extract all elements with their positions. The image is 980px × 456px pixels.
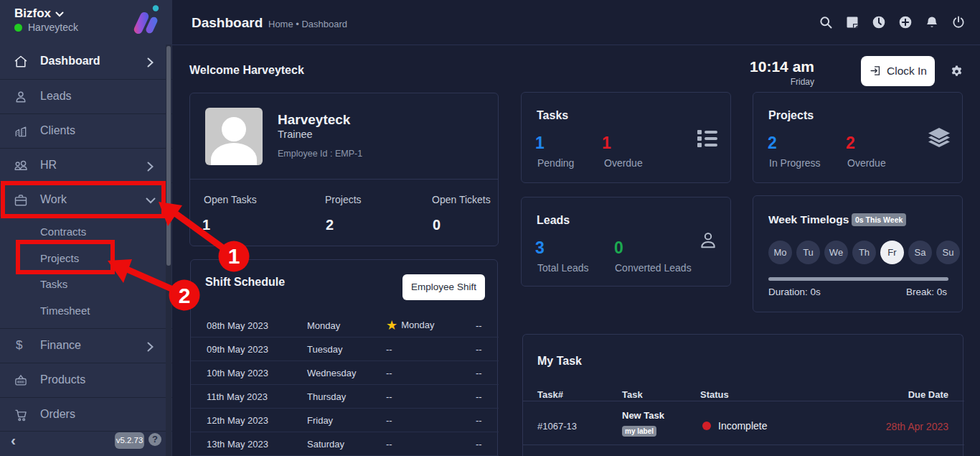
- svg-text:1: 1: [228, 244, 240, 268]
- svg-text:2: 2: [179, 284, 191, 307]
